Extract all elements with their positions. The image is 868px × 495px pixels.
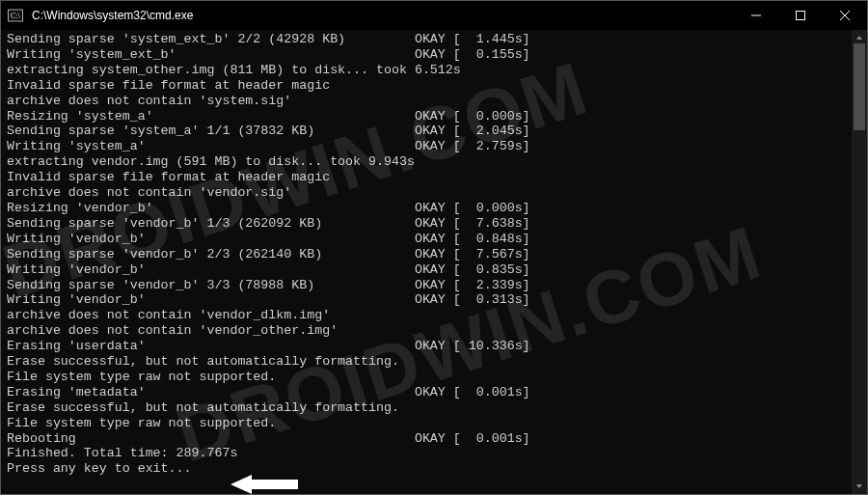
terminal-line: Writing 'vendor_b' OKAY [ 0.835s]: [7, 262, 863, 278]
terminal-line: Resizing 'vendor_b' OKAY [ 0.000s]: [7, 201, 863, 216]
titlebar[interactable]: C:\ C:\Windows\system32\cmd.exe: [1, 1, 867, 30]
terminal-line: archive does not contain 'vendor_other.i…: [7, 323, 863, 339]
terminal-line: Sending sparse 'system_a' 1/1 (37832 KB)…: [7, 124, 863, 139]
cmd-icon: C:\: [1, 8, 30, 23]
terminal-line: Erase successful, but not automatically …: [7, 400, 863, 416]
terminal-line: Invalid sparse file format at header mag…: [7, 170, 863, 185]
scrollbar[interactable]: [852, 30, 867, 494]
terminal-line: Erasing 'userdata' OKAY [ 10.336s]: [7, 339, 863, 354]
svg-text:C:\: C:\: [11, 12, 21, 20]
minimize-button[interactable]: [734, 1, 778, 30]
terminal-line: archive does not contain 'system.sig': [7, 94, 863, 109]
terminal-line: File system type raw not supported.: [7, 370, 863, 385]
terminal-line: Rebooting OKAY [ 0.001s]: [7, 431, 863, 447]
window-title: C:\Windows\system32\cmd.exe: [30, 9, 734, 22]
terminal-line: archive does not contain 'vendor.sig': [7, 185, 863, 201]
terminal-line: Invalid sparse file format at header mag…: [7, 78, 863, 94]
terminal-line: Sending sparse 'vendor_b' 3/3 (78988 KB)…: [7, 278, 863, 293]
terminal-line: archive does not contain 'vendor_dlkm.im…: [7, 308, 863, 323]
terminal-line: Press any key to exit...: [7, 461, 863, 477]
svg-marker-6: [856, 36, 862, 40]
terminal-line: File system type raw not supported.: [7, 416, 863, 431]
terminal-line: Sending sparse 'vendor_b' 2/3 (262140 KB…: [7, 247, 863, 262]
scroll-thumb[interactable]: [854, 43, 865, 130]
terminal-line: Erase successful, but not automatically …: [7, 354, 863, 370]
svg-rect-3: [797, 12, 805, 20]
terminal-line: Writing 'vendor_b' OKAY [ 0.848s]: [7, 232, 863, 247]
terminal-line: Finished. Total time: 289.767s: [7, 446, 863, 461]
terminal-line: Erasing 'metadata' OKAY [ 0.001s]: [7, 385, 863, 400]
terminal-line: Writing 'system_a' OKAY [ 2.759s]: [7, 139, 863, 154]
terminal-line: extracting system_other.img (811 MB) to …: [7, 63, 863, 78]
maximize-button[interactable]: [778, 1, 823, 30]
terminal-line: extracting vendor.img (591 MB) to disk..…: [7, 154, 863, 170]
close-button[interactable]: [823, 1, 867, 30]
svg-marker-7: [856, 484, 862, 488]
terminal-output[interactable]: Sending sparse 'system_ext_b' 2/2 (42928…: [1, 30, 867, 494]
terminal-line: Writing 'system_ext_b' OKAY [ 0.155s]: [7, 47, 863, 63]
terminal-line: Writing 'vendor_b' OKAY [ 0.313s]: [7, 292, 863, 308]
window-controls: [734, 1, 867, 30]
terminal-line: Sending sparse 'system_ext_b' 2/2 (42928…: [7, 32, 863, 47]
terminal-line: Sending sparse 'vendor_b' 1/3 (262092 KB…: [7, 216, 863, 232]
scroll-down-icon[interactable]: [852, 479, 867, 494]
terminal-line: Resizing 'system_a' OKAY [ 0.000s]: [7, 109, 863, 124]
cmd-window: C:\ C:\Windows\system32\cmd.exe Sending …: [0, 0, 868, 495]
